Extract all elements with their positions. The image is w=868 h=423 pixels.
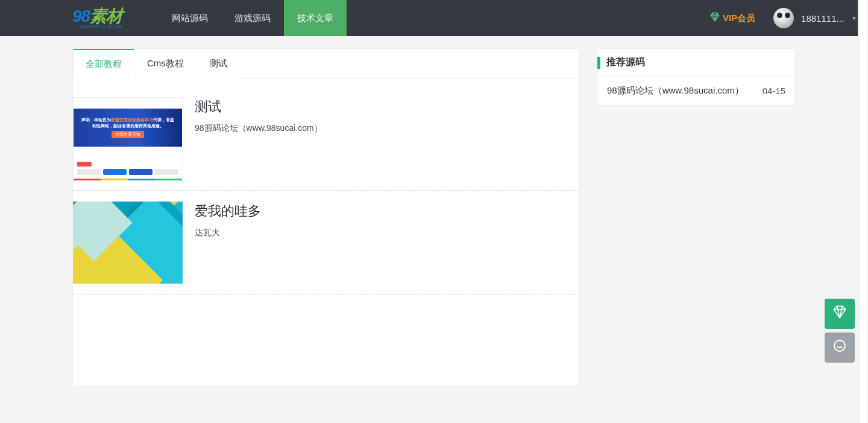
article-item: 爱我的哇多 达瓦大 xyxy=(73,191,579,295)
float-vip-button[interactable] xyxy=(825,299,855,329)
panel-title: 推荐源码 xyxy=(606,56,645,69)
logo-subtext: WWW.98SUCAI.COM xyxy=(72,25,122,29)
article-tabs: 全部教程 Cms教程 测试 xyxy=(73,49,579,79)
article-thumbnail[interactable] xyxy=(73,202,183,284)
sidebar-item-text: 98源码论坛（www.98sucai.com） xyxy=(607,85,744,97)
svg-point-0 xyxy=(834,340,845,351)
nav-item-game-source[interactable]: 游戏源码 xyxy=(221,0,284,36)
user-menu[interactable]: 1881111... ▾ xyxy=(773,8,856,28)
article-description: 98源码论坛（www.98sucai.com） xyxy=(195,123,322,134)
tab-all-tutorials[interactable]: 全部教程 xyxy=(73,49,134,79)
sidebar-panel-recommended: 推荐源码 98源码论坛（www.98sucai.com） 04-15 xyxy=(597,48,796,106)
panel-accent-bar xyxy=(597,57,600,69)
main-content: 全部教程 Cms教程 测试 声明：本站仅为联盟交流创业源会学习代课，非盈 利性网… xyxy=(72,48,580,386)
logo-part-2: 素材 xyxy=(90,7,122,25)
sidebar: 推荐源码 98源码论坛（www.98sucai.com） 04-15 xyxy=(597,48,796,106)
primary-nav: 网站源码 游戏源码 技术文章 xyxy=(159,0,347,36)
article-title-link[interactable]: 测试 xyxy=(195,99,221,114)
vip-label: VIP会员 xyxy=(723,13,755,24)
article-description: 达瓦大 xyxy=(195,227,261,238)
tab-cms-tutorials[interactable]: Cms教程 xyxy=(134,49,197,79)
site-logo[interactable]: 98素材 WWW.98SUCAI.COM xyxy=(72,6,122,30)
chat-icon xyxy=(832,339,847,357)
article-thumbnail[interactable]: 声明：本站仅为联盟交流创业源会学习代课，非盈 利性网站，副业名请勿用作其他用途。… xyxy=(73,97,183,179)
article-item: 声明：本站仅为联盟交流创业源会学习代课，非盈 利性网站，副业名请勿用作其他用途。… xyxy=(73,79,579,191)
nav-item-site-source[interactable]: 网站源码 xyxy=(159,0,221,36)
username: 1881111... xyxy=(801,13,844,24)
chevron-down-icon: ▾ xyxy=(852,14,856,22)
sidebar-item[interactable]: 98源码论坛（www.98sucai.com） 04-15 xyxy=(597,77,795,105)
logo-part-1: 98 xyxy=(72,7,90,25)
diamond-icon xyxy=(709,11,720,25)
app-header: 98素材 WWW.98SUCAI.COM 网站源码 游戏源码 技术文章 VIP会… xyxy=(0,0,868,36)
article-list: 声明：本站仅为联盟交流创业源会学习代课，非盈 利性网站，副业名请勿用作其他用途。… xyxy=(73,79,579,301)
nav-item-tech-articles[interactable]: 技术文章 xyxy=(284,0,347,36)
scrollbar[interactable] xyxy=(858,0,868,423)
article-title-link[interactable]: 爱我的哇多 xyxy=(195,203,261,218)
scrollbar-thumb[interactable] xyxy=(860,0,867,423)
avatar xyxy=(773,8,794,28)
vip-link[interactable]: VIP会员 xyxy=(709,11,755,25)
sidebar-item-date: 04-15 xyxy=(763,86,785,96)
float-chat-button[interactable] xyxy=(825,332,855,363)
diamond-icon xyxy=(832,304,848,323)
tab-test[interactable]: 测试 xyxy=(197,49,240,79)
